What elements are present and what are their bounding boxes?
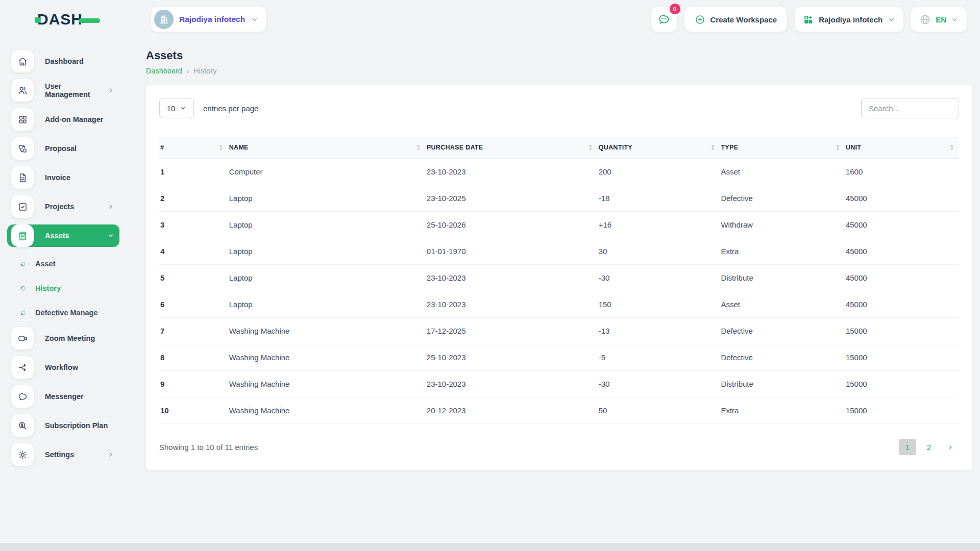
sidebar-item-user-management[interactable]: User Management xyxy=(7,79,119,102)
sidebar-item-zoom-meeting[interactable]: Zoom Meeting xyxy=(7,327,119,349)
globe-icon xyxy=(919,14,931,26)
pagination-next-button[interactable]: › xyxy=(942,439,959,455)
topbar-actions: 0 Create Workspace xyxy=(651,7,980,32)
sidebar-item-messenger[interactable]: Messenger xyxy=(7,385,119,408)
table-footer: Showing 1 to 10 of 11 entries 1 2 › xyxy=(159,439,959,455)
pagination-page-2[interactable]: 2 xyxy=(920,439,938,455)
search-input[interactable] xyxy=(861,98,959,118)
logo-dot-icon xyxy=(35,17,40,23)
table-row: 7Washing Machine17-12-2025-13Defective15… xyxy=(159,317,959,344)
table-controls: 10 entries per page xyxy=(159,98,959,118)
entries-per-page-select[interactable]: 10 xyxy=(159,98,194,118)
create-workspace-button[interactable]: Create Workspace xyxy=(684,7,788,32)
entries-per-page-label: entries per page xyxy=(203,104,258,113)
table-row: 3Laptop25-10-2026+16Withdraw45000 xyxy=(159,211,959,238)
column-header-name[interactable]: NAME▲▼ xyxy=(228,137,426,158)
notification-badge: 0 xyxy=(670,4,680,14)
workflow-share-icon xyxy=(11,356,34,379)
main-content: Assets Dashboard › History 10 entries pe… xyxy=(127,39,980,551)
sidebar-item-settings[interactable]: Settings xyxy=(7,443,119,466)
sidebar-item-dashboard[interactable]: Dashboard xyxy=(7,50,119,72)
table-row: 2Laptop23-10-2025-18Defective45000 xyxy=(159,185,959,211)
calculator-icon xyxy=(11,224,34,247)
sort-icon: ▲▼ xyxy=(836,144,840,151)
chat-bubble-icon xyxy=(657,13,671,26)
sidebar-item-invoice[interactable]: Invoice xyxy=(7,166,119,189)
plus-circle-icon xyxy=(695,14,705,25)
bullet-ring-icon xyxy=(20,286,26,291)
workspace-grid-icon xyxy=(803,14,814,25)
sort-icon: ▲▼ xyxy=(589,144,593,151)
gear-icon xyxy=(11,443,34,466)
topbar: DASH Rajodiya infotech xyxy=(0,0,980,39)
proposal-icon xyxy=(11,137,34,160)
workspace-selector[interactable]: Rajodiya infotech xyxy=(151,7,266,32)
chevron-down-icon xyxy=(888,16,895,23)
sidebar-item-subscription-plan[interactable]: Subscription Plan xyxy=(7,414,119,437)
company-dropdown[interactable]: Rajodiya infotech xyxy=(795,7,903,32)
history-table-card: 10 entries per page #▲▼ NAME▲▼ PURCHASE … xyxy=(146,85,972,470)
page-title: Assets xyxy=(146,49,972,62)
table-row: 6Laptop23-10-2023150Asset45000 xyxy=(159,291,959,317)
column-header-index[interactable]: #▲▼ xyxy=(159,137,228,158)
sort-icon: ▲▼ xyxy=(950,144,954,151)
sidebar-subitem-asset[interactable]: Asset xyxy=(20,254,127,274)
breadcrumb-current: History xyxy=(193,67,216,75)
breadcrumb-dashboard-link[interactable]: Dashboard xyxy=(146,67,182,75)
chevron-down-icon xyxy=(180,105,186,112)
sidebar-item-assets[interactable]: Assets xyxy=(7,224,119,247)
language-dropdown[interactable]: EN xyxy=(911,7,967,32)
breadcrumb-separator: › xyxy=(187,67,189,75)
sort-icon: ▲▼ xyxy=(219,144,223,151)
addon-grid-icon xyxy=(11,108,34,131)
showing-entries-text: Showing 1 to 10 of 11 entries xyxy=(159,443,258,452)
check-square-icon xyxy=(11,195,34,218)
table-row: 10Washing Machine20-12-202350Extra15000 xyxy=(159,397,959,423)
logo-text: DASH xyxy=(37,11,83,28)
invoice-file-icon xyxy=(11,166,34,189)
messenger-chat-icon xyxy=(11,385,34,408)
sidebar-subitem-defective-manage[interactable]: Defective Manage xyxy=(20,303,127,323)
pagination-page-1[interactable]: 1 xyxy=(899,439,916,455)
sidebar-item-proposal[interactable]: Proposal xyxy=(7,137,119,160)
sidebar: Dashboard User Management Add-on Ma xyxy=(0,39,127,551)
table-row: 9Washing Machine23-10-2023-30Distribute1… xyxy=(159,370,959,397)
pagination: 1 2 › xyxy=(899,439,959,455)
workspace-name: Rajodiya infotech xyxy=(179,15,245,24)
table-row: 1Computer23-10-2023200Asset1600 xyxy=(159,158,959,185)
bullet-ring-icon xyxy=(20,310,26,316)
table-header-row: #▲▼ NAME▲▼ PURCHASE DATE▲▼ QUANTITY▲▼ TY… xyxy=(159,137,959,158)
sort-icon: ▲▼ xyxy=(416,144,421,151)
breadcrumb: Dashboard › History xyxy=(146,67,972,75)
history-table: #▲▼ NAME▲▼ PURCHASE DATE▲▼ QUANTITY▲▼ TY… xyxy=(159,137,959,424)
bottom-strip xyxy=(0,543,980,551)
brand-logo[interactable]: DASH xyxy=(0,11,127,28)
subscription-search-icon xyxy=(11,414,34,437)
logo-dash-icon xyxy=(79,18,100,23)
table-row: 8Washing Machine25-10-2023-5Defective150… xyxy=(159,344,959,370)
home-icon xyxy=(11,50,34,72)
chevron-right-icon xyxy=(107,203,114,210)
chevron-down-icon xyxy=(951,16,959,23)
column-header-purchase-date[interactable]: PURCHASE DATE▲▼ xyxy=(426,137,598,158)
column-header-quantity[interactable]: QUANTITY▲▼ xyxy=(598,137,720,158)
sidebar-subitem-history[interactable]: History xyxy=(20,278,127,298)
users-icon xyxy=(11,79,34,102)
building-avatar-icon xyxy=(154,10,174,29)
chevron-down-icon xyxy=(251,16,258,23)
sort-icon: ▲▼ xyxy=(711,144,715,151)
table-row: 4Laptop01-01-197030Extra45000 xyxy=(159,238,959,264)
table-row: 5Laptop23-10-2023-30Distribute45000 xyxy=(159,264,959,291)
app-root: DASH Rajodiya infotech xyxy=(0,0,980,551)
sidebar-item-addon-manager[interactable]: Add-on Manager xyxy=(7,108,119,131)
column-header-type[interactable]: TYPE▲▼ xyxy=(720,137,844,158)
sidebar-item-workflow[interactable]: Workflow xyxy=(7,356,119,379)
bullet-ring-icon xyxy=(20,261,26,267)
chevron-right-icon xyxy=(107,451,114,458)
sidebar-item-projects[interactable]: Projects xyxy=(7,195,119,218)
video-camera-icon xyxy=(11,327,34,349)
language-code: EN xyxy=(936,15,946,24)
messages-button[interactable]: 0 xyxy=(651,7,677,32)
column-header-unit[interactable]: UNIT▲▼ xyxy=(845,137,959,158)
chevron-down-icon xyxy=(107,232,114,239)
